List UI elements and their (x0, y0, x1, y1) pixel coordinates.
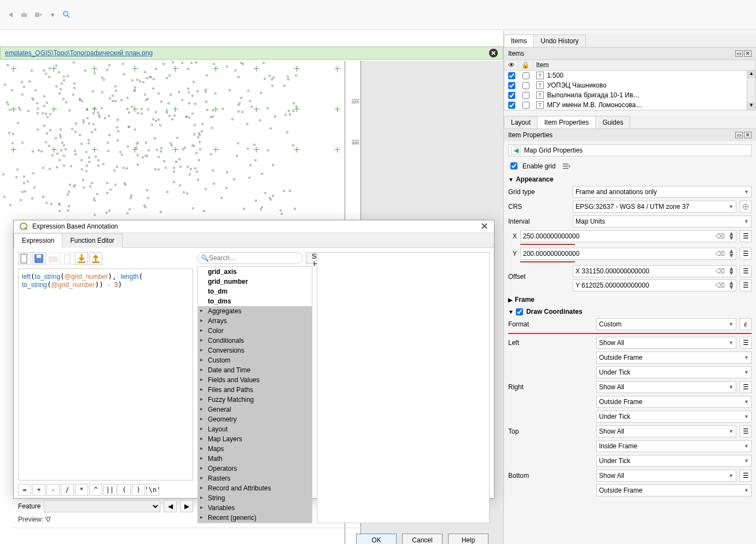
ok-button[interactable]: OK (356, 534, 397, 544)
function-item[interactable]: to_dms (198, 296, 312, 306)
function-group[interactable]: Color (198, 326, 312, 336)
function-item[interactable]: grid_number (198, 277, 312, 286)
operator-button[interactable]: - (46, 484, 60, 496)
data-defined-icon[interactable]: ☰ (740, 279, 752, 291)
close-icon[interactable]: ✕ (744, 132, 752, 138)
data-defined-icon[interactable]: ☰ (740, 381, 752, 393)
function-group[interactable]: Date and Time (198, 365, 312, 375)
format-select[interactable]: Custom▼ (596, 318, 736, 330)
side-option-select[interactable]: Show All▼ (596, 470, 736, 482)
close-icon[interactable]: ✕ (480, 220, 489, 232)
new-file-icon[interactable] (18, 252, 31, 265)
function-list[interactable]: grid_axisgrid_numberto_dmto_dmsAggregate… (197, 266, 312, 523)
data-defined-icon[interactable]: ☰ (740, 337, 752, 349)
list-item[interactable]: T1:500 (504, 71, 755, 80)
side-option-select[interactable]: Outside Frame▼ (596, 484, 752, 496)
file-path-link[interactable]: emplates_QGIS\Торо\Топографический план.… (5, 49, 153, 57)
function-group[interactable]: Files and Paths (198, 385, 312, 395)
function-group[interactable]: Conditionals (198, 336, 312, 346)
export-icon[interactable] (89, 252, 102, 265)
function-group[interactable]: Record and Attributes (198, 483, 312, 493)
data-defined-icon[interactable]: ☰ (740, 248, 752, 260)
tab-items[interactable]: Items (504, 34, 534, 47)
crs-select[interactable]: EPSG:32637 - WGS 84 / UTM zone 37▼ (573, 201, 736, 213)
function-group[interactable]: Map Layers (198, 434, 312, 444)
expression-input[interactable]: left(to_string(@grid_number), length( to… (18, 268, 193, 481)
operator-button[interactable]: '\n' (146, 484, 159, 496)
interval-y-input[interactable]: 200.000000000000⌫▲▼ (520, 248, 736, 260)
side-option-select[interactable]: Outside Frame▼ (596, 396, 752, 408)
canvas-area[interactable]: emplates_QGIS\Торо\Топографический план.… (0, 30, 503, 544)
item-visible-checkbox[interactable] (508, 92, 515, 99)
print-icon[interactable] (19, 9, 30, 20)
data-defined-icon[interactable]: ☰ (740, 230, 752, 242)
function-group[interactable]: Aggregates (198, 306, 312, 316)
item-visible-checkbox[interactable] (508, 82, 515, 89)
tab-layout[interactable]: Layout (504, 116, 538, 128)
import-icon[interactable] (75, 252, 88, 265)
close-icon[interactable] (489, 48, 498, 58)
operator-button[interactable]: ( (118, 484, 131, 496)
list-item[interactable]: TУОПЭЦ Чашниково (504, 80, 755, 90)
frame-section[interactable]: Frame (508, 296, 752, 303)
feature-select[interactable] (44, 500, 160, 512)
side-option-select[interactable]: Under Tick▼ (596, 366, 752, 378)
draw-coordinates-section[interactable]: Draw Coordinates (508, 308, 752, 315)
crs-picker-icon[interactable] (740, 201, 752, 213)
item-visible-checkbox[interactable] (508, 102, 515, 109)
tab-item-properties[interactable]: Item Properties (537, 116, 596, 128)
cancel-button[interactable]: Cancel (402, 534, 443, 544)
save-icon[interactable] (32, 252, 45, 265)
item-lock-checkbox[interactable] (522, 82, 530, 89)
function-group[interactable]: String (198, 493, 312, 503)
function-group[interactable]: General (198, 405, 312, 414)
back-button[interactable]: ◀ (511, 146, 521, 155)
function-group[interactable]: Math (198, 454, 312, 464)
expression-button[interactable]: ε (740, 318, 752, 330)
operator-button[interactable]: = (18, 484, 31, 496)
grid-type-select[interactable]: Frame and annotations only▼ (573, 186, 752, 198)
data-defined-icon[interactable]: ☰ (740, 425, 752, 437)
nav-first-icon[interactable] (4, 9, 15, 20)
side-option-select[interactable]: Outside Frame▼ (596, 352, 752, 364)
clipboard-icon[interactable] (61, 252, 74, 265)
function-group[interactable]: Custom (198, 355, 312, 365)
dropdown-icon[interactable]: ▾ (47, 9, 58, 20)
function-group[interactable]: Operators (198, 464, 312, 473)
function-group[interactable]: Recent (generic) (198, 513, 312, 523)
data-defined-icon[interactable]: ☰ (740, 470, 752, 482)
zoom-tool-icon[interactable] (61, 9, 72, 20)
function-group[interactable]: Layout (198, 424, 312, 434)
function-group[interactable]: Fuzzy Matching (198, 395, 312, 405)
function-group[interactable]: Maps (198, 444, 312, 454)
function-item[interactable]: grid_axis (198, 267, 312, 277)
side-option-select[interactable]: Inside Frame▼ (596, 440, 752, 452)
function-search-input[interactable] (197, 252, 303, 264)
detach-icon[interactable]: ▭ (735, 50, 743, 57)
function-group[interactable]: Rasters (198, 473, 312, 483)
help-button[interactable]: Help (448, 534, 489, 544)
folder-icon[interactable] (46, 252, 60, 265)
close-icon[interactable]: ✕ (744, 50, 752, 57)
function-group[interactable]: Fields and Values (198, 375, 312, 385)
enable-grid-checkbox[interactable] (510, 162, 517, 169)
function-group[interactable]: Geometry (198, 414, 312, 424)
function-group[interactable]: Conversions (198, 346, 312, 355)
side-option-select[interactable]: Show All▼ (596, 425, 736, 437)
function-item[interactable]: to_dm (198, 286, 312, 296)
side-option-select[interactable]: Under Tick▼ (596, 411, 752, 423)
operator-button[interactable]: * (75, 484, 88, 496)
tab-expression[interactable]: Expression (14, 233, 62, 248)
operator-button[interactable]: / (61, 484, 74, 496)
draw-coordinates-checkbox[interactable] (516, 308, 523, 315)
interval-x-input[interactable]: 250.000000000000⌫▲▼ (520, 230, 736, 242)
function-group[interactable]: Arrays (198, 316, 312, 326)
interval-select[interactable]: Map Units▼ (573, 215, 752, 227)
side-option-select[interactable]: Show All▼ (596, 337, 736, 349)
prev-feature-button[interactable]: ◀ (164, 500, 177, 512)
operator-button[interactable]: ) (132, 484, 145, 496)
item-lock-checkbox[interactable] (522, 102, 530, 109)
offset-y-input[interactable]: Y 612025.000000000000⌫▲▼ (573, 279, 736, 291)
item-visible-checkbox[interactable] (508, 72, 515, 79)
side-option-select[interactable]: Show All▼ (596, 381, 736, 393)
